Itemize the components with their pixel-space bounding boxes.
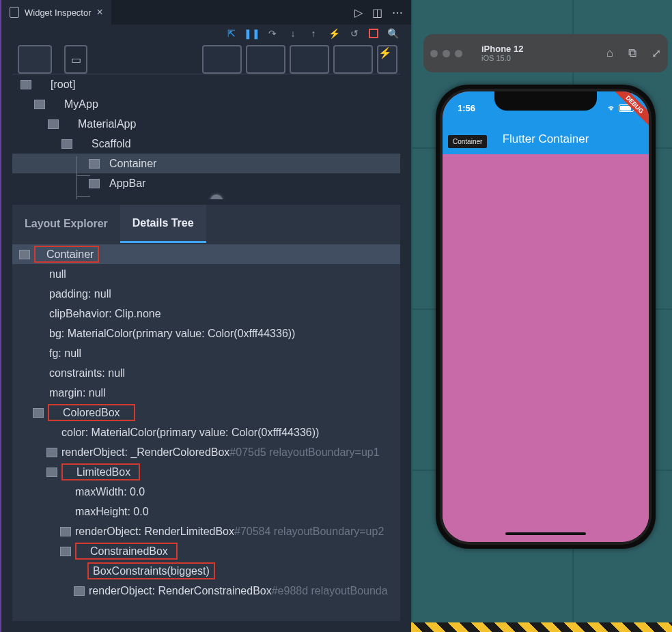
split-icon[interactable]: ◫ — [372, 6, 382, 19]
tree-label: AppBar — [109, 177, 145, 190]
simulator-titlebar: iPhone 12 iOS 15.0 ⌂ ⧉ ⤢ — [423, 34, 668, 72]
d-ro2[interactable]: renderObject: RenderLimitedBox#70584 rel… — [12, 521, 400, 541]
d-color[interactable]: color: MaterialColor(primary value: Colo… — [12, 422, 400, 442]
widget-icon — [60, 547, 71, 556]
tree-row-materialapp[interactable]: MaterialApp — [12, 114, 400, 134]
d-label: padding: null — [49, 288, 111, 300]
widget-icon — [60, 527, 71, 536]
tool-blank-e[interactable]: ⚡ — [377, 45, 397, 74]
d-padding[interactable]: padding: null — [12, 284, 400, 304]
tree-label: Container — [109, 158, 156, 170]
d-constrainedbox[interactable]: ConstrainedBox — [12, 541, 400, 561]
window-min-icon[interactable] — [443, 50, 450, 57]
debug-text: DEBUG — [611, 91, 649, 128]
d-clip[interactable]: clipBehavior: Clip.none — [12, 304, 400, 324]
screenshot-icon[interactable]: ⧉ — [628, 46, 636, 61]
tree-row-scaffold[interactable]: Scaffold — [12, 134, 400, 154]
tool-blank-b[interactable] — [246, 45, 285, 74]
d-label: null — [49, 268, 66, 281]
debug-ribbon: DEBUG — [601, 91, 649, 139]
pause-icon[interactable]: ❚❚ — [246, 27, 258, 40]
tool-blank-a[interactable] — [202, 45, 242, 74]
d-label: bg: MaterialColor(primary value: Color(0… — [49, 328, 295, 340]
window-close-icon[interactable] — [430, 50, 438, 57]
d-label: clipBehavior: Clip.none — [49, 308, 161, 320]
resize-handle-icon[interactable] — [210, 195, 223, 199]
widget-icon — [20, 80, 31, 89]
rotate-icon[interactable]: ⤢ — [652, 46, 661, 61]
tool-blank-d[interactable] — [333, 45, 373, 74]
tab-title: Widget Inspector — [25, 8, 92, 18]
search-icon[interactable]: 🔍 — [387, 27, 399, 40]
sim-device: iPhone 12 — [481, 44, 523, 55]
d-label: fg: null — [49, 347, 81, 360]
d-label-hash: #70584 relayoutBoundary=up2 — [234, 526, 384, 538]
container-overlay-label: Container — [448, 135, 487, 148]
d-label: margin: null — [49, 387, 106, 399]
inspector-panel: Widget Inspector × ▷ ◫ ⋯ ⇱ ❚❚ ↷ ↓ ↑ ⚡ ↺ … — [0, 0, 411, 632]
widget-icon — [89, 179, 100, 188]
d-boxconstraints[interactable]: BoxConstraints(biggest) — [12, 561, 400, 581]
tab-details-tree[interactable]: Details Tree — [120, 205, 206, 243]
d-label: maxHeight: 0.0 — [75, 506, 149, 518]
d-label-hash: #e988d relayoutBounda — [272, 585, 388, 597]
d-fg[interactable]: fg: null — [12, 343, 400, 363]
widget-icon — [89, 159, 100, 169]
d-label: Container — [46, 248, 94, 261]
editor-tab-bar: Widget Inspector × ▷ ◫ ⋯ — [1, 0, 411, 25]
step-in-icon[interactable]: ↓ — [287, 27, 299, 40]
tab-layout-explorer[interactable]: Layout Explorer — [12, 205, 120, 243]
d-null[interactable]: null — [12, 264, 400, 284]
d-label: constraints: null — [49, 367, 125, 379]
tool-button-1[interactable] — [18, 45, 52, 74]
d-coloredbox[interactable]: ColoredBox — [12, 403, 400, 422]
widget-icon — [46, 468, 57, 477]
tool-blank-c[interactable] — [290, 45, 329, 74]
tool-button-2[interactable]: ▭ — [64, 45, 87, 74]
d-bg[interactable]: bg: MaterialColor(primary value: Color(0… — [12, 324, 400, 343]
d-constraints[interactable]: constraints: null — [12, 363, 400, 383]
toolbar: ⇱ ❚❚ ↷ ↓ ↑ ⚡ ↺ 🔍 ▭ ⚡ — [1, 25, 411, 70]
select-icon[interactable]: ⇱ — [225, 27, 238, 40]
stop-icon[interactable] — [369, 29, 378, 38]
d-maxh[interactable]: maxHeight: 0.0 — [12, 502, 400, 521]
home-icon[interactable]: ⌂ — [606, 46, 613, 61]
d-label: color: MaterialColor(primary value: Colo… — [61, 427, 319, 439]
close-icon[interactable]: × — [97, 6, 103, 18]
step-over-icon[interactable]: ↷ — [266, 27, 279, 40]
tree-label: MaterialApp — [78, 118, 136, 130]
d-ro1[interactable]: renderObject: _RenderColoredBox#075d5 re… — [12, 442, 400, 462]
d-maxw[interactable]: maxWidth: 0.0 — [12, 482, 400, 502]
d-label: LimitedBox — [76, 466, 130, 478]
widget-icon — [19, 250, 30, 259]
d-ro3[interactable]: renderObject: RenderConstrainedBox#e988d… — [12, 581, 400, 601]
d-label: maxWidth: 0.0 — [75, 486, 145, 498]
sim-os: iOS 15.0 — [481, 54, 523, 63]
step-out-icon[interactable]: ↑ — [307, 27, 320, 40]
restart-icon[interactable]: ↺ — [348, 27, 361, 40]
d-margin[interactable]: margin: null — [12, 383, 400, 403]
d-label: BoxConstraints(biggest) — [93, 565, 210, 577]
run-icon[interactable]: ▷ — [354, 6, 363, 19]
d-label: renderObject: RenderLimitedBox — [75, 526, 234, 538]
tab-widget-inspector[interactable]: Widget Inspector × — [1, 0, 111, 25]
widget-icon — [46, 448, 57, 457]
tree-row-root[interactable]: [root] — [12, 74, 400, 94]
tab-right-controls: ▷ ◫ ⋯ — [354, 6, 403, 19]
more-icon[interactable]: ⋯ — [392, 6, 403, 19]
tool-blank-group: ⚡ — [202, 45, 397, 74]
flutter-body-container: Container — [443, 154, 649, 542]
d-label: ConstrainedBox — [90, 545, 168, 558]
tree-row-container[interactable]: Container — [12, 154, 400, 173]
widget-icon — [33, 408, 44, 418]
window-max-icon[interactable] — [455, 50, 462, 57]
d-container[interactable]: Container — [12, 244, 400, 264]
tree-row-myapp[interactable]: MyApp — [12, 94, 400, 114]
hot-reload-icon[interactable]: ⚡ — [328, 27, 340, 40]
d-limitedbox[interactable]: LimitedBox — [12, 462, 400, 482]
tree-row-appbar[interactable]: AppBar — [12, 173, 400, 193]
tree-label: Scaffold — [92, 138, 131, 150]
widget-icon — [48, 119, 59, 129]
widget-icon — [34, 100, 45, 109]
tree-label: [root] — [51, 78, 75, 91]
